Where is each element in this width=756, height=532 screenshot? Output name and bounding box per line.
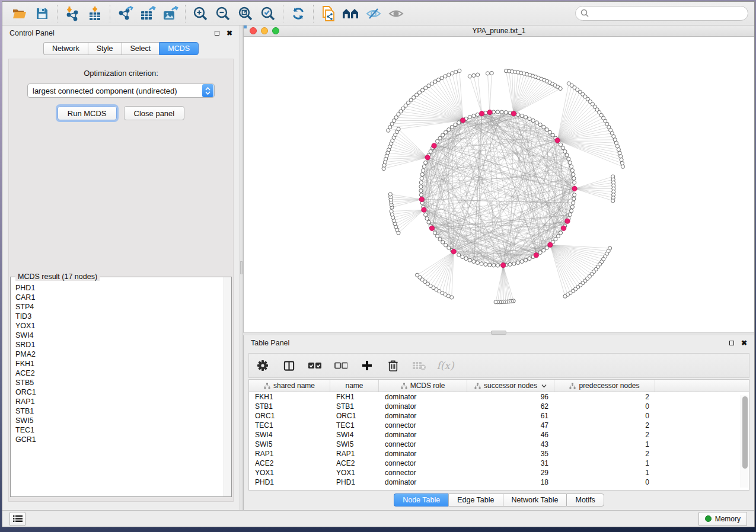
- table-cell: SWI4: [249, 431, 330, 439]
- mcds-result-item[interactable]: STP4: [15, 302, 224, 312]
- table-row[interactable]: SWI4SWI4dominator462: [249, 430, 749, 440]
- export-image-icon[interactable]: [159, 4, 181, 24]
- close-window-icon[interactable]: [250, 27, 257, 34]
- float-panel-icon[interactable]: [728, 339, 735, 347]
- tab-network-table[interactable]: Network Table: [503, 493, 567, 507]
- splitter-grip[interactable]: [491, 331, 506, 335]
- function-builder-icon: f(x): [438, 357, 453, 374]
- mcds-result-item[interactable]: SWI5: [15, 416, 224, 425]
- table-options-gear-icon[interactable]: [255, 357, 270, 374]
- table-row[interactable]: ORC1ORC1dominator610: [249, 411, 749, 421]
- export-network-icon[interactable]: [114, 4, 136, 24]
- table-cell: FKH1: [330, 393, 379, 401]
- table-row[interactable]: ACE2ACE2connector311: [249, 459, 749, 468]
- deselect-all-rows-icon[interactable]: [333, 357, 349, 374]
- open-folder-icon[interactable]: [8, 4, 31, 24]
- memory-button[interactable]: Memory: [698, 512, 747, 526]
- mcds-result-item[interactable]: TID3: [15, 312, 224, 321]
- zoom-selected-icon[interactable]: [257, 4, 279, 24]
- mcds-result-title: MCDS result (17 nodes): [15, 273, 100, 281]
- mcds-result-item[interactable]: CAR1: [15, 293, 224, 302]
- tab-network[interactable]: Network: [43, 42, 88, 55]
- tab-node-table[interactable]: Node Table: [394, 493, 448, 507]
- mcds-result-item[interactable]: PHD1: [15, 283, 224, 293]
- table-row[interactable]: STB1STB1dominator620: [249, 402, 749, 411]
- table-row[interactable]: RAP1RAP1dominator352: [249, 449, 749, 459]
- tab-motifs[interactable]: Motifs: [566, 493, 604, 507]
- control-panel-tabs: NetworkStyleSelectMCDS: [2, 42, 240, 55]
- mcds-result-item[interactable]: SRD1: [15, 340, 224, 350]
- export-table-icon[interactable]: [136, 4, 159, 24]
- table-scrollbar[interactable]: [741, 395, 748, 488]
- mcds-result-item[interactable]: STB1: [15, 406, 224, 416]
- select-all-rows-icon[interactable]: [307, 357, 323, 374]
- table-row[interactable]: PHD1PHD1dominator180: [249, 477, 749, 487]
- show-column-icon[interactable]: [281, 357, 296, 374]
- table-toolbar: f(x): [248, 353, 749, 378]
- mcds-list-scrollbar[interactable]: [224, 277, 231, 496]
- import-table-icon[interactable]: [84, 4, 106, 24]
- mcds-result-item[interactable]: RAP1: [15, 397, 224, 406]
- search-input[interactable]: [575, 6, 748, 21]
- tab-mcds[interactable]: MCDS: [159, 42, 199, 55]
- column-header-name[interactable]: name: [330, 380, 379, 392]
- table-cell: YOX1: [330, 469, 379, 477]
- mcds-result-item[interactable]: ORC1: [15, 387, 224, 397]
- column-header-predecessor-nodes[interactable]: predecessor nodes: [554, 380, 655, 392]
- mcds-result-item[interactable]: STB5: [15, 378, 224, 387]
- table-row[interactable]: TEC1TEC1connector472: [249, 421, 749, 430]
- table-panel: Table Panel ✖ f(x) shared namenameM: [243, 335, 754, 510]
- column-header-filler: [655, 380, 749, 392]
- tab-select[interactable]: Select: [122, 42, 160, 55]
- table-row[interactable]: SWI5SWI5connector431: [249, 440, 749, 449]
- minimize-window-icon[interactable]: [261, 27, 268, 34]
- delete-column-icon[interactable]: [385, 357, 401, 374]
- toolbar-separator: [185, 5, 186, 23]
- mcds-result-item[interactable]: FKH1: [15, 359, 224, 368]
- zoom-in-icon[interactable]: [189, 4, 212, 24]
- splitter-grip[interactable]: [240, 261, 243, 274]
- horizontal-splitter[interactable]: [243, 332, 754, 335]
- float-panel-icon[interactable]: [213, 30, 221, 37]
- vertical-splitter[interactable]: [240, 25, 243, 510]
- mcds-result-item[interactable]: ACE2: [15, 368, 224, 378]
- column-header-shared-name[interactable]: shared name: [249, 380, 330, 392]
- import-network-icon[interactable]: [61, 4, 84, 24]
- zoom-fit-icon[interactable]: [234, 4, 257, 24]
- table-tabs: Node TableEdge TableNetwork TableMotifs: [244, 491, 754, 510]
- run-mcds-button[interactable]: Run MCDS: [58, 106, 117, 120]
- clone-network-icon[interactable]: [317, 4, 340, 24]
- first-neighbors-icon[interactable]: [340, 4, 362, 24]
- tab-edge-table[interactable]: Edge Table: [448, 493, 502, 507]
- mcds-result-item[interactable]: GCR1: [15, 435, 224, 444]
- task-history-icon[interactable]: [9, 512, 25, 526]
- column-header-MCDS-role[interactable]: MCDS role: [379, 380, 467, 392]
- table-row[interactable]: FKH1FKH1dominator962: [249, 392, 749, 402]
- add-column-icon[interactable]: [359, 357, 375, 374]
- mcds-result-item[interactable]: TEC1: [15, 425, 224, 435]
- network-graph[interactable]: [244, 37, 754, 332]
- mcds-result-item[interactable]: YOX1: [15, 321, 224, 331]
- table-row[interactable]: YOX1YOX1connector291: [249, 468, 749, 477]
- zoom-out-icon[interactable]: [212, 4, 234, 24]
- show-all-icon[interactable]: [385, 4, 407, 24]
- close-panel-button[interactable]: Close panel: [124, 106, 185, 120]
- table-cell: connector: [379, 421, 467, 430]
- tab-style[interactable]: Style: [88, 42, 122, 55]
- hide-selected-icon[interactable]: [362, 4, 385, 24]
- save-icon[interactable]: [31, 4, 53, 24]
- close-panel-icon[interactable]: ✖: [227, 29, 232, 37]
- window-corner-mark: [244, 25, 247, 28]
- mcds-result-item[interactable]: SWI4: [15, 331, 224, 340]
- scrollbar-thumb[interactable]: [742, 396, 748, 469]
- refresh-icon[interactable]: [287, 4, 310, 24]
- close-panel-icon[interactable]: ✖: [741, 339, 747, 347]
- mcds-result-item[interactable]: PMA2: [15, 350, 224, 359]
- table-cell: 47: [467, 421, 554, 430]
- maximize-window-icon[interactable]: [272, 27, 279, 34]
- table-cell: dominator: [379, 478, 467, 486]
- criterion-select[interactable]: largest connected component (undirected): [27, 84, 215, 98]
- table-cell: dominator: [379, 431, 467, 439]
- column-header-successor-nodes[interactable]: successor nodes: [467, 380, 554, 392]
- table-cell: ORC1: [249, 412, 330, 420]
